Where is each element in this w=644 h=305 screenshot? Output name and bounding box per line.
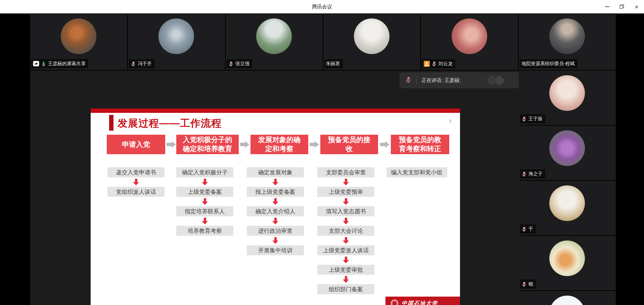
flow-stage-box: 预备党员的接收 xyxy=(320,135,378,154)
flow-step-column: 编入党支部和党小组 xyxy=(378,167,455,177)
flow-step-box: 报上级党委备案 xyxy=(247,187,304,197)
university-banner: 中国石油大学 xyxy=(385,297,460,305)
flow-step-box: 填写入党志愿书 xyxy=(317,206,374,216)
flow-step-box: 党组织派人谈话 xyxy=(107,187,165,197)
flow-step-box: 培养教育考察 xyxy=(176,226,233,236)
down-arrow-icon xyxy=(272,236,278,245)
flow-step-box: 上级党委预审 xyxy=(317,187,374,197)
flow-stage-row: 申请入党入党积极分子的确定和培养教育发展对象的确定和考察预备党员的接收预备党员的… xyxy=(91,135,460,154)
flow-stage-box: 入党积极分子的确定和培养教育 xyxy=(176,135,239,154)
avatar xyxy=(61,18,96,54)
flow-step-box: 进行政治审查 xyxy=(247,226,304,236)
participant-name: 海之子 xyxy=(528,171,543,177)
flow-step-box: 组织部门备案 xyxy=(317,284,374,294)
avatar xyxy=(158,18,194,54)
participant-name-label: 王子振 xyxy=(520,114,545,123)
flow-step-box: 确定入党积极分子 xyxy=(176,167,233,177)
avatar xyxy=(354,18,389,54)
flow-step-box: 开展集中培训 xyxy=(247,245,304,255)
participant-tile[interactable]: 王子振 xyxy=(519,71,616,125)
down-arrow-icon xyxy=(202,216,208,226)
flow-step-column: 支部委员会审查上级党委预审填写入党志愿书支部大会讨论上级党委派人谈话上级党委审批… xyxy=(311,167,381,294)
participant-tile[interactable]: 于 xyxy=(519,181,616,235)
participant-tile[interactable]: 海之子 xyxy=(519,126,616,180)
avatar xyxy=(549,130,585,166)
flow-step-box: 指定培养联系人 xyxy=(176,206,233,216)
mic-on-icon xyxy=(41,61,46,67)
titlebar: 腾讯会议 ✕ xyxy=(0,0,644,13)
down-arrow-icon xyxy=(272,197,278,206)
mic-muted-gray-icon xyxy=(405,76,412,84)
window-controls: ✕ xyxy=(600,0,644,13)
down-arrow-icon xyxy=(202,197,208,206)
avatar xyxy=(549,296,585,305)
down-arrow-icon xyxy=(343,177,349,187)
flow-step-box: 支部委员会审查 xyxy=(317,167,374,177)
participant-name: 王彦丽的屏幕共享 xyxy=(48,61,86,67)
university-emblem-icon xyxy=(391,300,398,305)
participant-name: 张立强 xyxy=(235,61,249,67)
down-arrow-icon xyxy=(343,197,349,206)
participant-name: 刘云龙 xyxy=(439,61,453,67)
flow-step-column: 确定发展对象报上级党委备案确定入党介绍人进行政治审查开展集中培训 xyxy=(240,167,311,255)
participant-name: 于 xyxy=(528,226,533,232)
avatar xyxy=(256,18,292,54)
participant-name: 王子振 xyxy=(528,116,543,122)
tencent-meeting-logo-watermark xyxy=(485,75,509,86)
down-arrow-icon xyxy=(133,177,139,187)
participant-tile[interactable]: 晓 xyxy=(519,236,616,290)
slide-top-red-bar xyxy=(91,108,460,113)
participant-tile[interactable]: 朱丽君 xyxy=(323,14,420,70)
flow-step-box: 编入党支部和党小组 xyxy=(386,167,447,177)
mic-muted-icon xyxy=(521,281,527,287)
participant-name: 朱丽君 xyxy=(326,61,340,67)
close-button[interactable]: ✕ xyxy=(629,0,644,13)
speaking-label: 正在讲话: 王彦丽; xyxy=(421,77,461,84)
right-arrow-icon xyxy=(310,141,320,148)
right-arrow-icon xyxy=(380,141,390,148)
right-arrow-icon xyxy=(240,141,250,148)
participant-name-label: 刘云龙 xyxy=(422,59,455,68)
participant-tile[interactable] xyxy=(519,291,616,305)
flow-step-box: 确定入党介绍人 xyxy=(247,206,304,216)
down-arrow-icon xyxy=(343,216,349,226)
mic-muted-icon xyxy=(521,171,527,177)
restore-button[interactable] xyxy=(614,0,629,13)
participant-tile[interactable]: 刘云龙 xyxy=(421,14,518,70)
slide-title-accent-bar xyxy=(109,115,113,131)
right-arrow-icon xyxy=(167,141,177,148)
flow-step-box: 支部大会讨论 xyxy=(317,226,374,236)
slide-page-number: 5 xyxy=(449,119,452,124)
flow-step-column: 递交入党申请书党组织派人谈话 xyxy=(101,167,171,197)
mic-muted-icon xyxy=(228,61,234,67)
tencent-meeting-window: 腾讯会议 ✕ 王彦丽的屏幕共享冯子齐张立强朱丽君刘云龙地院资源系组织委员-程斌 … xyxy=(0,0,644,305)
avatar xyxy=(549,75,585,111)
flow-stage-box: 申请入党 xyxy=(107,135,165,154)
flow-stage-box: 预备党员的教育考察和转正 xyxy=(391,135,449,154)
shared-slide: 发展过程——工作流程 5 申请入党入党积极分子的确定和培养教育发展对象的确定和考… xyxy=(91,108,460,305)
mic-muted-icon xyxy=(521,226,527,232)
avatar xyxy=(452,18,487,54)
flow-step-box: 上级党委备案 xyxy=(176,187,233,197)
mic-muted-icon xyxy=(431,61,437,67)
participant-name-label: 海之子 xyxy=(520,169,545,178)
participant-tile[interactable]: 张立强 xyxy=(226,14,323,70)
participant-tile[interactable]: 地院资源系组织委员-程斌 xyxy=(519,14,616,70)
participant-name-label: 地院资源系组织委员-程斌 xyxy=(520,59,578,68)
participant-tile[interactable]: 冯子齐 xyxy=(128,14,225,70)
flow-step-box: 上级党委审批 xyxy=(317,265,374,275)
down-arrow-icon xyxy=(343,275,349,284)
participant-name-label: 王彦丽的屏幕共享 xyxy=(31,59,88,68)
university-name: 中国石油大学 xyxy=(401,300,438,305)
minimize-button[interactable] xyxy=(600,0,614,13)
participant-name-label: 晓 xyxy=(520,279,536,289)
window-title: 腾讯会议 xyxy=(0,0,644,13)
down-arrow-icon xyxy=(202,177,208,187)
avatar xyxy=(549,241,585,276)
participant-name-label: 朱丽君 xyxy=(324,59,343,68)
participant-tile[interactable]: 王彦丽的屏幕共享 xyxy=(30,14,127,70)
participant-name-label: 张立强 xyxy=(227,59,252,68)
participant-name-label: 于 xyxy=(520,224,536,233)
minimize-icon xyxy=(605,6,609,7)
mic-muted-icon xyxy=(521,116,527,122)
